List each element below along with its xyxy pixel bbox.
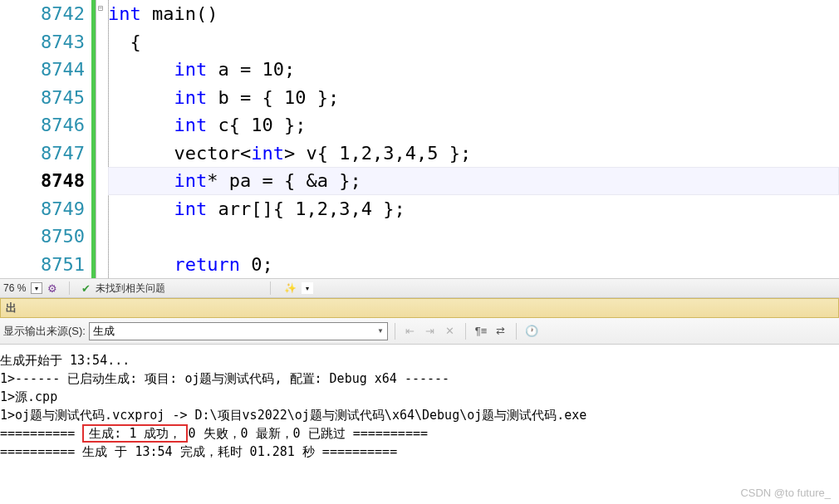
output-line: ========== 生成 于 13:54 完成，耗时 01.281 秒 ===… bbox=[0, 443, 839, 461]
code-line[interactable] bbox=[108, 223, 839, 251]
issues-text: 未找到相关问题 bbox=[96, 281, 165, 296]
line-number-gutter: 8742874387448745874687478748874987508751 bbox=[0, 0, 91, 278]
output-source-select[interactable]: 生成 bbox=[89, 322, 388, 340]
code-line[interactable]: { bbox=[108, 28, 839, 56]
code-area[interactable]: int main() { int a = 10; int b = { 10 };… bbox=[108, 0, 839, 278]
code-line[interactable]: int a = 10; bbox=[108, 56, 839, 84]
code-line[interactable]: int main() bbox=[108, 0, 839, 28]
line-number: 8742 bbox=[0, 0, 85, 28]
output-source-value: 生成 bbox=[93, 324, 115, 339]
output-line: 1>------ 已启动生成: 项目: oj题与测试代码, 配置: Debug … bbox=[0, 369, 839, 388]
separator bbox=[516, 323, 517, 340]
watermark: CSDN @to future_ bbox=[740, 487, 831, 499]
check-icon: ✔ bbox=[81, 282, 91, 295]
output-line: 生成开始于 13:54... bbox=[0, 351, 839, 369]
separator bbox=[69, 281, 70, 295]
output-line: ========== 生成: 1 成功，0 失败，0 最新，0 已跳过 ====… bbox=[0, 424, 839, 443]
output-line: 1>源.cpp bbox=[0, 388, 839, 406]
clock-icon[interactable]: 🕐 bbox=[523, 323, 540, 340]
change-indicator bbox=[91, 0, 96, 278]
output-source-label: 显示输出来源(S): bbox=[3, 324, 86, 339]
line-number: 8745 bbox=[0, 84, 85, 112]
line-number: 8749 bbox=[0, 195, 85, 223]
toggle-icon[interactable]: ⇄ bbox=[493, 323, 509, 340]
code-line[interactable]: int b = { 10 }; bbox=[108, 84, 839, 112]
code-line[interactable]: int c{ 10 }; bbox=[108, 111, 839, 139]
code-line[interactable]: return 0; bbox=[108, 251, 839, 279]
zoom-dropdown[interactable]: ▾ bbox=[31, 282, 42, 294]
output-header-text: 出 bbox=[6, 301, 17, 316]
goto-next-icon: ⇥ bbox=[422, 323, 439, 340]
separator bbox=[395, 323, 395, 340]
line-number: 8743 bbox=[0, 28, 85, 56]
separator bbox=[270, 281, 271, 295]
indicator-margin: ⊟ bbox=[91, 0, 108, 278]
settings-icon[interactable]: ⚙ bbox=[47, 282, 57, 295]
word-wrap-icon[interactable]: ¶≡ bbox=[473, 323, 489, 340]
line-number: 8748 bbox=[0, 167, 85, 195]
wand-dropdown[interactable]: ▾ bbox=[302, 282, 313, 294]
wand-icon[interactable]: ✨ bbox=[284, 282, 297, 294]
output-panel-header[interactable]: 出 bbox=[0, 298, 839, 318]
line-number: 8744 bbox=[0, 56, 85, 84]
code-line[interactable]: vector<int> v{ 1,2,3,4,5 }; bbox=[108, 139, 839, 168]
separator bbox=[465, 323, 466, 340]
zoom-level: 76 % bbox=[3, 282, 26, 294]
line-number: 8746 bbox=[0, 111, 85, 139]
output-content[interactable]: 生成开始于 13:54...1>------ 已启动生成: 项目: oj题与测试… bbox=[0, 345, 839, 467]
line-number: 8751 bbox=[0, 251, 85, 279]
editor-status-bar: 76 % ▾ ⚙ ✔ 未找到相关问题 ✨ ▾ bbox=[0, 278, 839, 298]
clear-icon: ✕ bbox=[442, 323, 459, 340]
code-line[interactable]: int arr[]{ 1,2,3,4 }; bbox=[108, 195, 839, 223]
output-toolbar: 显示输出来源(S): 生成 ⇤ ⇥ ✕ ¶≡ ⇄ 🕐 bbox=[0, 318, 839, 345]
output-line: 1>oj题与测试代码.vcxproj -> D:\项目vs2022\oj题与测试… bbox=[0, 406, 839, 424]
line-number: 8750 bbox=[0, 223, 85, 251]
code-line[interactable]: int* pa = { &a }; bbox=[108, 167, 839, 195]
line-number: 8747 bbox=[0, 139, 85, 168]
goto-prev-icon: ⇤ bbox=[402, 323, 419, 340]
collapse-icon[interactable]: ⊟ bbox=[98, 3, 103, 12]
code-editor[interactable]: 8742874387448745874687478748874987508751… bbox=[0, 0, 839, 278]
build-success-highlight: 生成: 1 成功， bbox=[82, 424, 188, 443]
